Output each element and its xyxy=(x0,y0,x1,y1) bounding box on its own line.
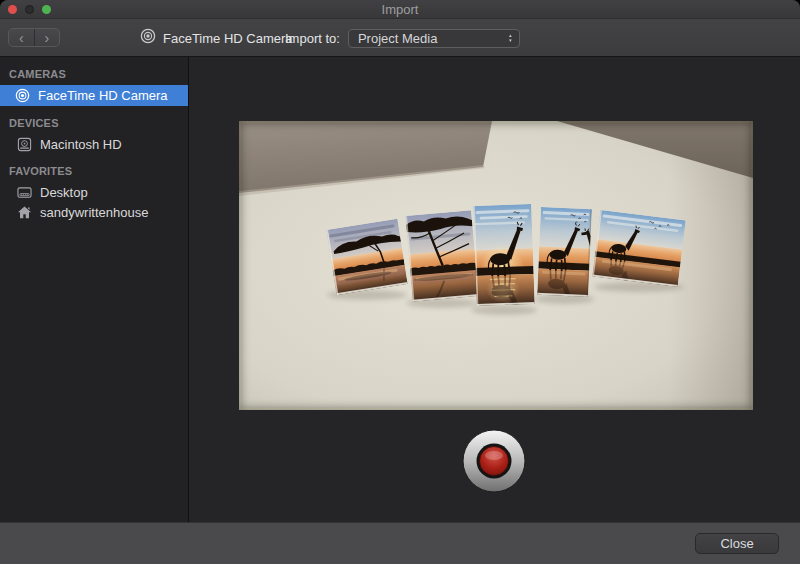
window-controls xyxy=(8,0,51,19)
chevron-left-icon: ‹ xyxy=(19,31,24,45)
close-button[interactable]: Close xyxy=(695,533,779,554)
sidebar-item-macintosh-hd[interactable]: Macintosh HD xyxy=(0,134,188,154)
canvas-panel-1 xyxy=(326,219,407,295)
sidebar-item-label: Macintosh HD xyxy=(40,137,122,152)
sidebar-item-facetime-hd-camera[interactable]: FaceTime HD Camera xyxy=(0,85,188,106)
sidebar-item-label: Desktop xyxy=(40,185,88,200)
record-button[interactable] xyxy=(462,429,526,493)
sidebar-section-devices: DEVICES xyxy=(0,116,188,130)
home-icon xyxy=(16,204,32,220)
close-window-button[interactable] xyxy=(8,5,17,14)
minimize-window-button xyxy=(25,5,34,14)
device-name: FaceTime HD Camera xyxy=(163,31,293,46)
import-to-popup[interactable]: Project Media ▲ ▼ xyxy=(348,29,520,48)
window-title: Import xyxy=(382,2,419,17)
sidebar-item-label: sandywrittenhouse xyxy=(40,205,148,220)
desktop-icon xyxy=(16,184,32,200)
sidebar-item-sandywrittenhouse[interactable]: sandywrittenhouse xyxy=(0,202,188,222)
forward-button[interactable]: › xyxy=(34,29,60,46)
camera-lens-icon xyxy=(14,88,30,104)
sidebar-section-cameras: CAMERAS xyxy=(0,67,188,81)
canvas-panel-3 xyxy=(473,204,535,321)
titlebar: Import xyxy=(0,0,800,19)
zoom-window-button[interactable] xyxy=(42,5,51,14)
import-to-label: Import to: xyxy=(285,31,340,46)
hard-drive-icon xyxy=(16,136,32,152)
footer-bar: Close xyxy=(0,522,800,564)
popup-chevrons-icon: ▲ ▼ xyxy=(507,33,514,43)
chevron-right-icon: › xyxy=(44,31,49,45)
window-body: CAMERAS FaceTime HD Camera DEVICES xyxy=(0,57,800,522)
import-window: Import ‹ › FaceTime HD Camera Import to:… xyxy=(0,0,800,564)
nav-segmented-control: ‹ › xyxy=(8,28,60,47)
back-button[interactable]: ‹ xyxy=(9,29,34,46)
import-to-value: Project Media xyxy=(358,31,507,46)
sidebar-item-desktop[interactable]: Desktop xyxy=(0,182,188,202)
preview-area xyxy=(189,57,800,522)
sidebar-section-favorites: FAVORITES xyxy=(0,164,188,178)
import-to-group: Import to: Project Media ▲ ▼ xyxy=(285,19,520,57)
camera-preview xyxy=(239,121,753,410)
canvas-panel-2 xyxy=(405,210,478,301)
current-device: FaceTime HD Camera xyxy=(140,19,293,57)
toolbar: ‹ › FaceTime HD Camera Import to: Projec… xyxy=(0,19,800,57)
camera-lens-icon xyxy=(140,28,156,48)
sidebar-item-label: FaceTime HD Camera xyxy=(38,88,168,103)
sidebar: CAMERAS FaceTime HD Camera DEVICES xyxy=(0,57,188,522)
